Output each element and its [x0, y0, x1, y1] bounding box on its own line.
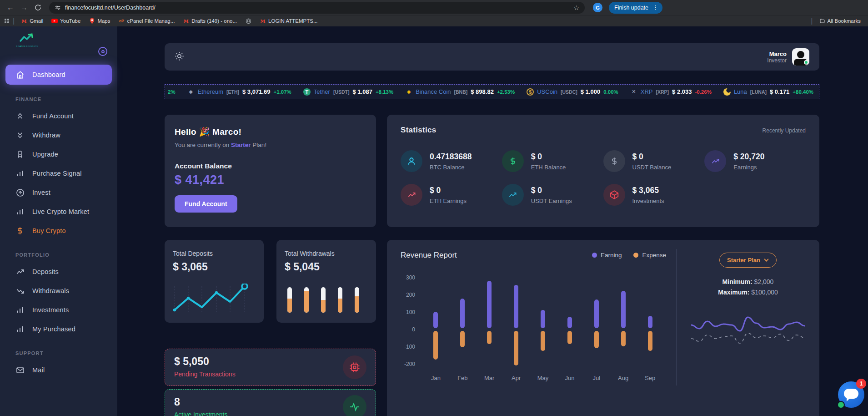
- bookmark-star-icon[interactable]: ☆: [573, 4, 579, 11]
- coin-symbol: [USDT]: [333, 89, 350, 95]
- bookmarks-bar: | MGmailYouTubeMapscPcPanel File Manag..…: [0, 15, 868, 26]
- stat-value: $ 0: [531, 152, 566, 162]
- coin-change: +8.13%: [376, 89, 393, 95]
- sidebar-item-dashboard[interactable]: Dashboard: [5, 65, 112, 85]
- sidebar-item-label: Purchase Signal: [32, 170, 82, 177]
- earning-bar: [487, 281, 492, 329]
- ticker-item-xrp[interactable]: ✕XRP[XRP]$ 2.033-0.26%: [630, 88, 712, 96]
- bookmark-label: cPanel File Manag...: [127, 18, 175, 24]
- reload-icon[interactable]: [32, 2, 44, 14]
- dollar-icon: [15, 226, 25, 235]
- recently-updated-label: Recently Updated: [763, 127, 806, 134]
- plan-panel: Starter Plan Minimum: $2,000 Maximum: $1…: [677, 240, 819, 416]
- x-tick: Jan: [422, 375, 449, 381]
- statistics-card: Statistics Recently Updated 0.47183688BT…: [387, 115, 819, 227]
- chat-button[interactable]: 1: [838, 381, 864, 408]
- withdrawal-bar: [338, 287, 342, 313]
- total-deposits-value: $ 3,065: [173, 261, 256, 273]
- theme-toggle-sun-icon[interactable]: [175, 51, 184, 63]
- earning-bar: [541, 310, 545, 328]
- sidebar-item-mail[interactable]: Mail: [0, 360, 117, 380]
- total-withdrawals-card: Total Withdrawals $ 5,045: [276, 240, 376, 323]
- bookmark-item[interactable]: [242, 17, 254, 25]
- crypto-ticker[interactable]: 2%◆Ethereum[ETH]$ 3,071.69+1.07%TTether[…: [165, 84, 819, 99]
- coin-symbol: [ETH]: [226, 89, 239, 95]
- sidebar-item-withdraw[interactable]: Withdraw: [0, 126, 117, 145]
- sidebar-item-withdrawals[interactable]: Withdrawals: [0, 281, 117, 300]
- sidebar-item-invest[interactable]: Invest: [0, 183, 117, 202]
- apps-grid-icon[interactable]: [5, 19, 9, 23]
- plan-limits: Minimum: $2,000 Maximum: $100,000: [677, 277, 819, 298]
- usdt-coin-icon: T: [303, 88, 311, 96]
- cpanel-icon: cP: [119, 18, 125, 24]
- browser-profile-avatar[interactable]: G: [593, 3, 602, 12]
- gmail-icon: M: [21, 18, 27, 24]
- bookmark-item[interactable]: YouTube: [49, 17, 83, 25]
- browser-menu-icon[interactable]: ⋮: [651, 4, 660, 11]
- coin-price: $ 2.033: [672, 88, 692, 95]
- sidebar-item-label: Fund Account: [32, 112, 74, 120]
- bookmark-item[interactable]: Maps: [86, 17, 113, 25]
- trend-up-icon: [15, 267, 25, 276]
- sidebar-item-deposits[interactable]: Deposits: [0, 262, 117, 281]
- chip-icon: [343, 355, 366, 379]
- ticker-item-tether[interactable]: TTether[USDT]$ 1.087+8.13%: [303, 88, 393, 96]
- sidebar-item-purchase-signal[interactable]: Purchase Signal: [0, 164, 117, 183]
- bookmark-item[interactable]: MLOGIN ATTEMPTS...: [257, 17, 320, 25]
- bar-chart-icon: [15, 325, 25, 334]
- medal-icon: [15, 150, 25, 159]
- online-dot: [804, 60, 808, 65]
- user-avatar[interactable]: [792, 48, 809, 66]
- sidebar-item-my-purchased[interactable]: My Purchased: [0, 320, 117, 339]
- sidebar-item-upgrade[interactable]: Upgrade: [0, 145, 117, 164]
- coin-name: Luna: [734, 88, 747, 95]
- greeting-title: Hello 🎉 Marco!: [175, 127, 366, 137]
- bar-column-jul: [583, 278, 610, 369]
- coin-change: +80.40%: [793, 89, 813, 95]
- bookmark-item[interactable]: MGmail: [18, 17, 46, 25]
- bar-column-jan: [422, 278, 449, 369]
- finish-update-button[interactable]: Finish update ⋮: [609, 2, 662, 14]
- ticker-item-luna[interactable]: Luna[LUNA]$ 0.171+80.40%: [723, 88, 813, 96]
- sidebar-item-buy-crypto[interactable]: Buy Crypto: [0, 221, 117, 240]
- stat-eth-earnings: $ 0ETH Earnings: [401, 184, 502, 206]
- coin-name: Binance Coin: [416, 88, 451, 95]
- eth-coin-icon: ◆: [187, 88, 195, 96]
- y-tick: -200: [404, 361, 415, 367]
- bar-column-feb: [449, 278, 476, 369]
- expense-bar: [541, 331, 545, 351]
- sidebar-item-live-crypto-market[interactable]: Live Crypto Market: [0, 202, 117, 221]
- url-text[interactable]: financefocusltd.net/UserDashboard/: [65, 5, 156, 11]
- y-tick: 300: [406, 274, 415, 281]
- ticker-item-binance-coin[interactable]: ◆Binance Coin[BNB]$ 898.82+2.53%: [405, 88, 515, 96]
- stat-label: Earnings: [733, 164, 764, 171]
- folder-icon: [819, 18, 825, 24]
- sidebar-item-label: Invest: [32, 189, 50, 196]
- plan-select-dropdown[interactable]: Starter Plan: [719, 253, 777, 268]
- ticker-item-uscoin[interactable]: $USCoin[USDC]$ 1.0000.00%: [527, 88, 618, 96]
- stat-text: $ 0ETH Earnings: [430, 186, 467, 204]
- site-settings-icon[interactable]: [55, 5, 61, 11]
- sidebar-toggle-icon[interactable]: [98, 47, 107, 56]
- deposits-sparkline: [173, 284, 256, 316]
- coin-change: 0.00%: [603, 89, 618, 95]
- coin-name: Ethereum: [198, 88, 223, 95]
- sidebar-item-fund-account[interactable]: Fund Account: [0, 107, 117, 126]
- bookmark-item[interactable]: cPcPanel File Manag...: [116, 17, 178, 25]
- bar-column-mar: [476, 278, 503, 369]
- withdrawal-bar: [287, 287, 292, 313]
- bookmark-label: Maps: [97, 18, 110, 24]
- sidebar-item-investments[interactable]: Investments: [0, 300, 117, 320]
- forward-icon[interactable]: →: [18, 2, 30, 14]
- user-name: Marco: [767, 51, 787, 57]
- ticker-item-ethereum[interactable]: ◆Ethereum[ETH]$ 3,071.69+1.07%: [187, 88, 291, 96]
- bookmark-item[interactable]: MDrafts (149) - ono...: [180, 17, 240, 25]
- back-icon[interactable]: ←: [5, 2, 16, 14]
- stat-label: USDT Earnings: [531, 198, 572, 204]
- address-bar[interactable]: financefocusltd.net/UserDashboard/ ☆: [49, 2, 585, 14]
- bnb-coin-icon: ◆: [405, 88, 412, 96]
- expense-bar: [648, 331, 652, 351]
- all-bookmarks-button[interactable]: All Bookmarks: [817, 17, 864, 25]
- fund-account-button[interactable]: Fund Account: [175, 195, 237, 213]
- brand-logo[interactable]: FINANCE FOCUS LTD: [14, 33, 41, 47]
